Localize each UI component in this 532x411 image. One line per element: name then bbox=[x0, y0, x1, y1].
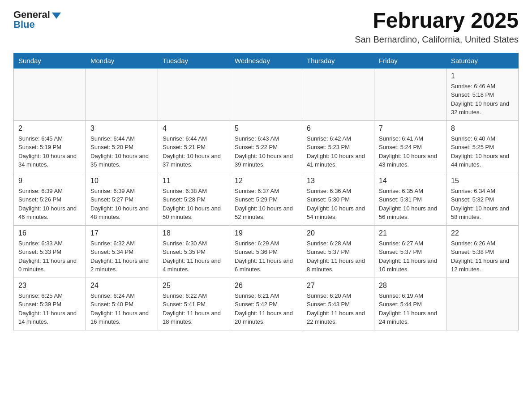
calendar-cell: 23Sunrise: 6:25 AMSunset: 5:39 PMDayligh… bbox=[14, 278, 86, 330]
day-number: 13 bbox=[307, 177, 369, 185]
day-number: 8 bbox=[451, 124, 514, 133]
sun-info: Sunrise: 6:42 AMSunset: 5:23 PMDaylight:… bbox=[307, 134, 369, 169]
title-block: February 2025 San Bernardino, California… bbox=[355, 9, 519, 45]
day-number: 2 bbox=[18, 124, 81, 133]
sun-info: Sunrise: 6:21 AMSunset: 5:42 PMDaylight:… bbox=[235, 291, 297, 326]
calendar-cell: 27Sunrise: 6:20 AMSunset: 5:43 PMDayligh… bbox=[302, 278, 374, 330]
day-number: 10 bbox=[90, 177, 153, 185]
sun-info: Sunrise: 6:35 AMSunset: 5:31 PMDaylight:… bbox=[379, 187, 442, 222]
sun-info: Sunrise: 6:33 AMSunset: 5:33 PMDaylight:… bbox=[18, 239, 81, 274]
calendar-cell: 22Sunrise: 6:26 AMSunset: 5:38 PMDayligh… bbox=[446, 225, 519, 278]
calendar-cell: 3Sunrise: 6:44 AMSunset: 5:20 PMDaylight… bbox=[86, 120, 158, 173]
calendar-cell: 21Sunrise: 6:27 AMSunset: 5:37 PMDayligh… bbox=[374, 225, 446, 278]
sun-info: Sunrise: 6:39 AMSunset: 5:27 PMDaylight:… bbox=[90, 187, 153, 222]
calendar-cell: 15Sunrise: 6:34 AMSunset: 5:32 PMDayligh… bbox=[446, 173, 519, 225]
calendar-cell: 9Sunrise: 6:39 AMSunset: 5:26 PMDaylight… bbox=[14, 173, 86, 225]
location-subtitle: San Bernardino, California, United State… bbox=[355, 34, 519, 45]
month-title: February 2025 bbox=[355, 9, 519, 33]
day-number: 25 bbox=[163, 282, 225, 290]
day-number: 1 bbox=[451, 72, 514, 80]
calendar-day-header: Monday bbox=[86, 53, 158, 68]
day-number: 16 bbox=[18, 229, 81, 237]
calendar-cell: 11Sunrise: 6:38 AMSunset: 5:28 PMDayligh… bbox=[158, 173, 230, 225]
day-number: 6 bbox=[307, 124, 369, 133]
calendar-cell: 16Sunrise: 6:33 AMSunset: 5:33 PMDayligh… bbox=[14, 225, 86, 278]
day-number: 4 bbox=[163, 124, 225, 133]
sun-info: Sunrise: 6:46 AMSunset: 5:18 PMDaylight:… bbox=[451, 82, 514, 117]
calendar-day-header: Sunday bbox=[14, 53, 86, 68]
calendar-cell bbox=[158, 68, 230, 120]
day-number: 11 bbox=[163, 177, 225, 185]
logo-blue-text: Blue bbox=[13, 19, 35, 30]
sun-info: Sunrise: 6:22 AMSunset: 5:41 PMDaylight:… bbox=[163, 291, 225, 326]
day-number: 19 bbox=[235, 229, 297, 237]
calendar-cell: 28Sunrise: 6:19 AMSunset: 5:44 PMDayligh… bbox=[374, 278, 446, 330]
sun-info: Sunrise: 6:36 AMSunset: 5:30 PMDaylight:… bbox=[307, 187, 369, 222]
sun-info: Sunrise: 6:26 AMSunset: 5:38 PMDaylight:… bbox=[451, 239, 514, 274]
calendar-cell bbox=[86, 68, 158, 120]
calendar-header-row: SundayMondayTuesdayWednesdayThursdayFrid… bbox=[14, 53, 519, 68]
sun-info: Sunrise: 6:39 AMSunset: 5:26 PMDaylight:… bbox=[18, 187, 81, 222]
sun-info: Sunrise: 6:32 AMSunset: 5:34 PMDaylight:… bbox=[90, 239, 153, 274]
sun-info: Sunrise: 6:45 AMSunset: 5:19 PMDaylight:… bbox=[18, 134, 81, 169]
day-number: 9 bbox=[18, 177, 81, 185]
sun-info: Sunrise: 6:29 AMSunset: 5:36 PMDaylight:… bbox=[235, 239, 297, 274]
calendar-cell bbox=[302, 68, 374, 120]
calendar-day-header: Thursday bbox=[302, 53, 374, 68]
calendar-cell: 7Sunrise: 6:41 AMSunset: 5:24 PMDaylight… bbox=[374, 120, 446, 173]
calendar-cell bbox=[374, 68, 446, 120]
sun-info: Sunrise: 6:44 AMSunset: 5:20 PMDaylight:… bbox=[90, 134, 153, 169]
calendar-week-row: 23Sunrise: 6:25 AMSunset: 5:39 PMDayligh… bbox=[14, 278, 519, 330]
day-number: 5 bbox=[235, 124, 297, 133]
day-number: 7 bbox=[379, 124, 442, 133]
day-number: 26 bbox=[235, 282, 297, 290]
day-number: 28 bbox=[379, 282, 442, 290]
day-number: 27 bbox=[307, 282, 369, 290]
calendar-cell: 13Sunrise: 6:36 AMSunset: 5:30 PMDayligh… bbox=[302, 173, 374, 225]
calendar-cell: 20Sunrise: 6:28 AMSunset: 5:37 PMDayligh… bbox=[302, 225, 374, 278]
calendar-week-row: 16Sunrise: 6:33 AMSunset: 5:33 PMDayligh… bbox=[14, 225, 519, 278]
calendar-cell: 24Sunrise: 6:24 AMSunset: 5:40 PMDayligh… bbox=[86, 278, 158, 330]
day-number: 23 bbox=[18, 282, 81, 290]
calendar-table: SundayMondayTuesdayWednesdayThursdayFrid… bbox=[13, 53, 519, 330]
calendar-cell: 19Sunrise: 6:29 AMSunset: 5:36 PMDayligh… bbox=[230, 225, 302, 278]
calendar-day-header: Tuesday bbox=[158, 53, 230, 68]
calendar-cell: 1Sunrise: 6:46 AMSunset: 5:18 PMDaylight… bbox=[446, 68, 519, 120]
day-number: 12 bbox=[235, 177, 297, 185]
calendar-cell: 17Sunrise: 6:32 AMSunset: 5:34 PMDayligh… bbox=[86, 225, 158, 278]
day-number: 20 bbox=[307, 229, 369, 237]
logo: General Blue bbox=[13, 9, 61, 30]
sun-info: Sunrise: 6:24 AMSunset: 5:40 PMDaylight:… bbox=[90, 291, 153, 326]
sun-info: Sunrise: 6:37 AMSunset: 5:29 PMDaylight:… bbox=[235, 187, 297, 222]
day-number: 15 bbox=[451, 177, 514, 185]
day-number: 3 bbox=[90, 124, 153, 133]
day-number: 18 bbox=[163, 229, 225, 237]
calendar-week-row: 2Sunrise: 6:45 AMSunset: 5:19 PMDaylight… bbox=[14, 120, 519, 173]
sun-info: Sunrise: 6:34 AMSunset: 5:32 PMDaylight:… bbox=[451, 187, 514, 222]
sun-info: Sunrise: 6:27 AMSunset: 5:37 PMDaylight:… bbox=[379, 239, 442, 274]
sun-info: Sunrise: 6:28 AMSunset: 5:37 PMDaylight:… bbox=[307, 239, 369, 274]
calendar-day-header: Saturday bbox=[446, 53, 519, 68]
logo-arrow-icon bbox=[52, 13, 61, 19]
calendar-cell: 8Sunrise: 6:40 AMSunset: 5:25 PMDaylight… bbox=[446, 120, 519, 173]
calendar-cell: 14Sunrise: 6:35 AMSunset: 5:31 PMDayligh… bbox=[374, 173, 446, 225]
day-number: 17 bbox=[90, 229, 153, 237]
calendar-week-row: 9Sunrise: 6:39 AMSunset: 5:26 PMDaylight… bbox=[14, 173, 519, 225]
calendar-cell: 5Sunrise: 6:43 AMSunset: 5:22 PMDaylight… bbox=[230, 120, 302, 173]
calendar-day-header: Friday bbox=[374, 53, 446, 68]
calendar-cell: 2Sunrise: 6:45 AMSunset: 5:19 PMDaylight… bbox=[14, 120, 86, 173]
calendar-cell: 10Sunrise: 6:39 AMSunset: 5:27 PMDayligh… bbox=[86, 173, 158, 225]
sun-info: Sunrise: 6:25 AMSunset: 5:39 PMDaylight:… bbox=[18, 291, 81, 326]
calendar-cell bbox=[14, 68, 86, 120]
sun-info: Sunrise: 6:41 AMSunset: 5:24 PMDaylight:… bbox=[379, 134, 442, 169]
day-number: 24 bbox=[90, 282, 153, 290]
sun-info: Sunrise: 6:38 AMSunset: 5:28 PMDaylight:… bbox=[163, 187, 225, 222]
sun-info: Sunrise: 6:19 AMSunset: 5:44 PMDaylight:… bbox=[379, 291, 442, 326]
calendar-cell: 26Sunrise: 6:21 AMSunset: 5:42 PMDayligh… bbox=[230, 278, 302, 330]
calendar-cell: 6Sunrise: 6:42 AMSunset: 5:23 PMDaylight… bbox=[302, 120, 374, 173]
calendar-cell: 4Sunrise: 6:44 AMSunset: 5:21 PMDaylight… bbox=[158, 120, 230, 173]
page-header: General Blue February 2025 San Bernardin… bbox=[13, 9, 519, 45]
calendar-cell: 25Sunrise: 6:22 AMSunset: 5:41 PMDayligh… bbox=[158, 278, 230, 330]
sun-info: Sunrise: 6:43 AMSunset: 5:22 PMDaylight:… bbox=[235, 134, 297, 169]
calendar-cell bbox=[446, 278, 519, 330]
